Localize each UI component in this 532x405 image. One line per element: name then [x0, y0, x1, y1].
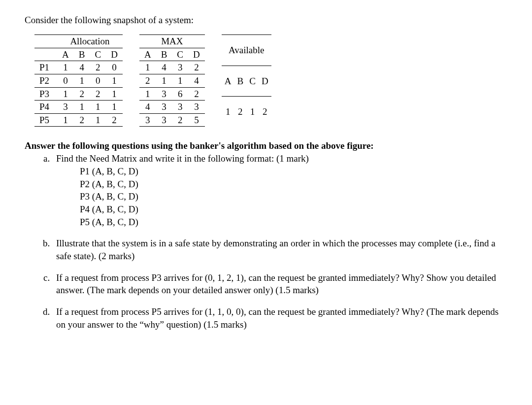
cell: 1: [172, 74, 188, 87]
need-line: P2 (A, B, C, D): [80, 178, 507, 191]
cell: 2: [188, 61, 205, 74]
cell: 1: [57, 113, 74, 127]
cell: 2: [188, 87, 205, 101]
cell: 1: [90, 113, 106, 127]
cell: 4: [188, 74, 205, 87]
need-line: P3 (A, B, C, D): [80, 190, 507, 203]
cell: 2: [74, 113, 90, 127]
max-table: MAX A B C D 1 4 3 2 2 1 1 4 1 3 6 2 4 3: [139, 34, 205, 127]
cell: 1: [74, 74, 90, 87]
row-label: P2: [34, 74, 57, 87]
allocation-header: Allocation: [57, 35, 123, 48]
cell: 3: [188, 101, 205, 114]
question-heading: Answer the following questions using the…: [25, 140, 507, 151]
col-B: B: [234, 66, 247, 97]
available-header: Available: [222, 35, 271, 66]
question-c: If a request from process P3 arrives for…: [52, 271, 507, 297]
col-D: D: [106, 48, 123, 61]
cell: 3: [57, 101, 74, 114]
need-line: P5 (A, B, C, D): [80, 216, 507, 229]
cell: 0: [106, 61, 123, 74]
need-line: P1 (A, B, C, D): [80, 165, 507, 178]
cell: 2: [90, 61, 106, 74]
cell: 3: [172, 101, 188, 114]
cell: 1: [139, 61, 156, 74]
col-C: C: [90, 48, 106, 61]
row-label: P4: [34, 101, 57, 114]
col-A: A: [222, 66, 234, 97]
cell: 0: [90, 74, 106, 87]
max-header: MAX: [139, 35, 205, 48]
col-C: C: [246, 66, 259, 97]
cell: 3: [156, 113, 172, 127]
cell: 3: [156, 87, 172, 101]
cell: 2: [139, 74, 156, 87]
cell: 3: [139, 113, 156, 127]
cell: 1: [139, 87, 156, 101]
cell: 3: [156, 101, 172, 114]
cell: 2: [90, 87, 106, 101]
cell: 2: [259, 97, 271, 127]
cell: 1: [106, 87, 123, 101]
row-label: P3: [34, 87, 57, 101]
cell: 1: [106, 74, 123, 87]
cell: 1: [74, 101, 90, 114]
cell: 5: [188, 113, 205, 127]
question-a-text: Find the Need Matrix and write it in the…: [56, 153, 309, 164]
cell: 1: [106, 101, 123, 114]
row-label: P1: [34, 61, 57, 74]
row-label: P5: [34, 113, 57, 127]
cell: 4: [156, 61, 172, 74]
cell: 3: [172, 61, 188, 74]
col-C: C: [172, 48, 188, 61]
cell: 2: [74, 87, 90, 101]
tables-container: Allocation A B C D P1 1 4 2 0 P2 0 1 0 1…: [25, 34, 507, 127]
col-B: B: [156, 48, 172, 61]
cell: 1: [90, 101, 106, 114]
cell: 1: [246, 97, 259, 127]
need-format-block: P1 (A, B, C, D) P2 (A, B, C, D) P3 (A, B…: [56, 165, 507, 228]
question-d: If a request from process P5 arrives for…: [52, 305, 507, 331]
cell: 2: [106, 113, 123, 127]
cell: 1: [156, 74, 172, 87]
cell: 4: [74, 61, 90, 74]
col-D: D: [259, 66, 271, 97]
cell: 1: [222, 97, 234, 127]
cell: 0: [57, 74, 74, 87]
cell: 6: [172, 87, 188, 101]
cell: 1: [57, 87, 74, 101]
question-list: Find the Need Matrix and write it in the…: [25, 152, 507, 331]
question-b: Illustrate that the system is in a safe …: [52, 237, 507, 262]
allocation-table: Allocation A B C D P1 1 4 2 0 P2 0 1 0 1…: [34, 34, 123, 127]
cell: 1: [57, 61, 74, 74]
cell: 2: [172, 113, 188, 127]
intro-text: Consider the following snapshot of a sys…: [25, 15, 507, 26]
col-D: D: [188, 48, 205, 61]
need-line: P4 (A, B, C, D): [80, 203, 507, 216]
col-A: A: [139, 48, 156, 61]
question-a: Find the Need Matrix and write it in the…: [52, 152, 507, 228]
col-A: A: [57, 48, 74, 61]
col-B: B: [74, 48, 90, 61]
available-table: Available A B C D 1 2 1 2: [222, 34, 271, 127]
cell: 4: [139, 101, 156, 114]
cell: 2: [234, 97, 247, 127]
